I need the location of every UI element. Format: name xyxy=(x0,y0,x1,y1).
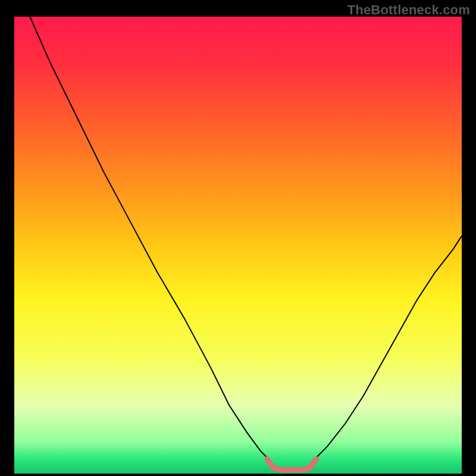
plot-area xyxy=(14,17,462,474)
watermark-text: TheBottleneck.com xyxy=(347,2,470,18)
chart-stage: TheBottleneck.com xyxy=(0,0,476,476)
gradient-background xyxy=(14,17,462,474)
chart-svg xyxy=(14,17,462,474)
